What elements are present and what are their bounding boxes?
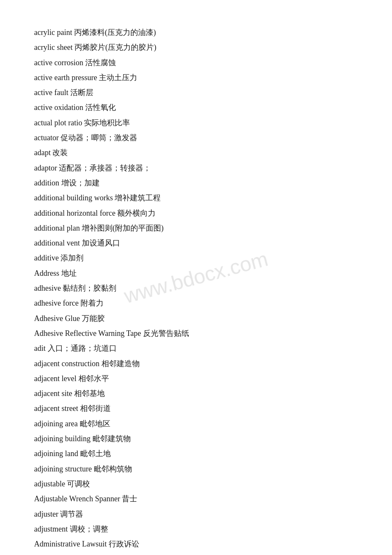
list-item: Address 地址 <box>34 266 358 280</box>
entry-chinese: 相邻街道 <box>80 404 111 413</box>
entry-english: adjuster <box>34 510 60 518</box>
entry-chinese: 相邻建造物 <box>101 359 140 368</box>
entry-chinese: 地址 <box>61 269 77 278</box>
entry-english: adjustable <box>34 480 67 488</box>
list-item: adjustment 调校；调整 <box>34 522 358 536</box>
entry-english: Adhesive Glue <box>34 314 82 323</box>
entry-english: adjoining structure <box>34 465 94 473</box>
entry-chinese: 活性氧化 <box>85 103 116 112</box>
list-item: actuator 促动器；唧筒；激发器 <box>34 131 358 145</box>
entry-english: adaptor <box>34 164 59 172</box>
entry-english: Address <box>34 269 61 278</box>
entry-chinese: 改装 <box>52 148 68 157</box>
entry-chinese: 增补建筑工程 <box>115 194 161 202</box>
list-item: Adhesive Reflective Warning Tape 反光警告贴纸 <box>34 327 358 341</box>
entry-chinese: 毗邻地区 <box>80 419 110 428</box>
entry-chinese: 额外横向力 <box>117 209 156 217</box>
entry-chinese: 行政诉讼 <box>109 540 139 548</box>
list-item: Administrative Lawsuit 行政诉讼 <box>34 537 358 551</box>
entry-english: additional horizontal force <box>34 209 117 217</box>
entry-english: addition <box>34 179 61 187</box>
entry-chinese: 增设；加建 <box>61 179 100 187</box>
entry-chinese: 添加剂 <box>61 254 84 262</box>
list-item: adjoining land 毗邻土地 <box>34 447 358 461</box>
entry-english: actual plot ratio <box>34 119 84 127</box>
entry-chinese: 毗邻建筑物 <box>92 434 131 443</box>
entry-chinese: 丙烯胶片(压克力的胶片) <box>75 43 156 52</box>
entry-english: adjustment <box>34 525 70 533</box>
entry-english: adjoining area <box>34 419 80 428</box>
list-item: additional plan 增补图则(附加的平面图) <box>34 221 358 235</box>
entry-english: adjacent construction <box>34 359 101 368</box>
entry-english: adjacent street <box>34 404 80 413</box>
entry-chinese: 适配器；承接器；转接器； <box>59 164 151 172</box>
entry-chinese: 丙烯漆料(压克力的油漆) <box>74 28 156 37</box>
list-item: acrylic sheet 丙烯胶片(压克力的胶片) <box>34 40 358 55</box>
list-item: addition 增设；加建 <box>34 176 358 190</box>
entry-english: acrylic paint <box>34 28 74 37</box>
entry-english: active fault <box>34 88 70 97</box>
list-item: adit 入口；通路；坑道口 <box>34 341 358 356</box>
entry-chinese: 附着力 <box>81 299 104 307</box>
entry-english: adit <box>34 344 48 353</box>
entry-chinese: 黏结剂；胶黏剂 <box>63 284 116 292</box>
list-item: adapt 改装 <box>34 146 358 160</box>
list-item: actual plot ratio 实际地积比率 <box>34 116 358 130</box>
entry-chinese: 调校；调整 <box>70 525 108 533</box>
list-item: Adjustable Wrench Spanner 昔士 <box>34 492 358 506</box>
list-item: acrylic paint 丙烯漆料(压克力的油漆) <box>34 26 358 40</box>
entry-english: adhesive <box>34 284 63 292</box>
entry-chinese: 毗邻构筑物 <box>94 465 132 473</box>
entry-chinese: 促动器；唧筒；激发器 <box>61 133 137 142</box>
list-item: adjoining building 毗邻建筑物 <box>34 432 358 446</box>
list-item: active oxidation 活性氧化 <box>34 101 358 115</box>
list-item: adjoining area 毗邻地区 <box>34 417 358 431</box>
entry-english: Adhesive Reflective Warning Tape <box>34 329 143 338</box>
list-item: active earth pressure 主动土压力 <box>34 71 358 85</box>
list-item: additional building works 增补建筑工程 <box>34 191 358 205</box>
entry-english: additional vent <box>34 239 82 247</box>
list-item: active corrosion 活性腐蚀 <box>34 56 358 70</box>
entry-english: acrylic sheet <box>34 43 75 52</box>
entry-english: Administrative Lawsuit <box>34 540 109 548</box>
list-item: adjacent level 相邻水平 <box>34 372 358 386</box>
list-item: adhesive force 附着力 <box>34 296 358 310</box>
list-item: adaptor 适配器；承接器；转接器； <box>34 161 358 175</box>
list-item: additional horizontal force 额外横向力 <box>34 206 358 220</box>
entry-chinese: 实际地积比率 <box>84 119 130 127</box>
entry-chinese: 活性腐蚀 <box>85 58 116 67</box>
entry-chinese: 反光警告贴纸 <box>143 329 189 338</box>
list-item: adjacent site 相邻基地 <box>34 387 358 401</box>
entry-english: additive <box>34 254 61 262</box>
entry-chinese: 活断层 <box>70 88 93 97</box>
entry-chinese: 可调校 <box>67 480 90 488</box>
entry-english: adjacent level <box>34 374 78 383</box>
list-item: additive 添加剂 <box>34 251 358 265</box>
entry-english: adapt <box>34 148 52 157</box>
glossary-list: acrylic paint 丙烯漆料(压克力的油漆)acrylic sheet … <box>34 26 358 551</box>
entry-english: adjoining building <box>34 434 92 443</box>
entry-english: adjoining land <box>34 449 80 458</box>
entry-english: additional plan <box>34 224 82 232</box>
list-item: adjustable 可调校 <box>34 477 358 491</box>
entry-english: active oxidation <box>34 103 85 112</box>
entry-chinese: 昔士 <box>122 494 137 503</box>
list-item: active fault 活断层 <box>34 86 358 100</box>
entry-chinese: 相邻水平 <box>78 374 109 383</box>
list-item: adjacent street 相邻街道 <box>34 402 358 416</box>
entry-chinese: 主动土压力 <box>99 73 137 82</box>
entry-english: adhesive force <box>34 299 81 307</box>
entry-english: adjacent site <box>34 389 74 398</box>
entry-english: active earth pressure <box>34 73 99 82</box>
entry-english: actuator <box>34 133 61 142</box>
list-item: adhesive 黏结剂；胶黏剂 <box>34 281 358 295</box>
list-item: adjacent construction 相邻建造物 <box>34 357 358 371</box>
entry-chinese: 毗邻土地 <box>80 449 111 458</box>
entry-english: Adjustable Wrench Spanner <box>34 494 122 503</box>
list-item: adjoining structure 毗邻构筑物 <box>34 462 358 476</box>
list-item: adjuster 调节器 <box>34 507 358 521</box>
entry-english: active corrosion <box>34 58 85 67</box>
entry-chinese: 万能胶 <box>82 314 105 323</box>
list-item: additional vent 加设通风口 <box>34 236 358 250</box>
entry-chinese: 调节器 <box>60 510 83 518</box>
